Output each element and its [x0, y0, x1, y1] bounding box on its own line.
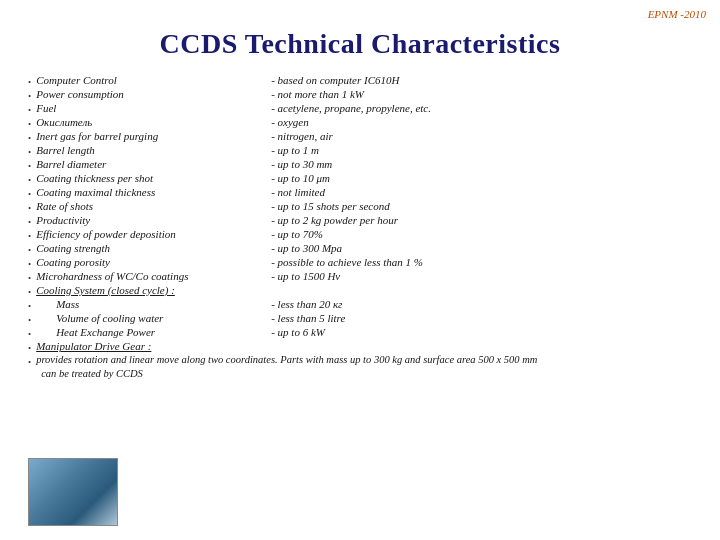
- table-row: • Computer Control - based on computer I…: [28, 74, 692, 87]
- table-row: • Barrel diameter - up to 30 mm: [28, 158, 692, 171]
- bullet-icon: •: [28, 259, 31, 269]
- table-row: • Окислитель - oxygen: [28, 116, 692, 129]
- row-label: can be treated by CCDS: [36, 368, 143, 379]
- table-row: • Manipulator Drive Gear :: [28, 340, 692, 353]
- row-label: Barrel diameter: [36, 158, 271, 170]
- bullet-icon: •: [28, 175, 31, 185]
- row-value: - up to 300 Mpa: [271, 242, 342, 254]
- row-value: - up to 15 shots per second: [271, 200, 390, 212]
- table-row: • provides rotation and linear move alon…: [28, 354, 692, 367]
- bullet-icon: •: [28, 273, 31, 283]
- row-value: - up to 6 kW: [271, 326, 325, 338]
- bullet-icon: •: [28, 91, 31, 101]
- thumbnail-visual: [29, 459, 117, 525]
- row-label: Barrel length: [36, 144, 271, 156]
- row-value: - not more than 1 kW: [271, 88, 364, 100]
- bullet-icon: •: [28, 343, 31, 353]
- table-row: • Coating thickness per shot - up to 10 …: [28, 172, 692, 185]
- row-label: Power consumption: [36, 88, 271, 100]
- bullet-icon: •: [28, 287, 31, 297]
- row-label: Productivity: [36, 214, 271, 226]
- row-value: - up to 70%: [271, 228, 323, 240]
- row-label: provides rotation and linear move along …: [36, 354, 537, 365]
- row-value: - up to 2 kg powder per hour: [271, 214, 398, 226]
- thumbnail-image: [28, 458, 118, 526]
- row-value: - not limited: [271, 186, 325, 198]
- header-label: EPNM -2010: [648, 8, 706, 20]
- row-value: - oxygen: [271, 116, 309, 128]
- row-label: Heat Exchange Power: [36, 326, 271, 338]
- row-value: - less than 20 кг: [271, 298, 342, 310]
- bullet-icon: •: [28, 77, 31, 87]
- bullet-icon: •: [28, 231, 31, 241]
- row-label: Mass: [36, 298, 271, 310]
- row-label: Manipulator Drive Gear :: [36, 340, 271, 352]
- row-label: Coating maximal thickness: [36, 186, 271, 198]
- row-label: Coating strength: [36, 242, 271, 254]
- bullet-icon: •: [28, 217, 31, 227]
- row-label: Computer Control: [36, 74, 271, 86]
- row-value: - nitrogen, air: [271, 130, 333, 142]
- table-row: • Volume of cooling water - less than 5 …: [28, 312, 692, 325]
- bullet-icon: •: [28, 119, 31, 129]
- table-row: • Rate of shots - up to 15 shots per sec…: [28, 200, 692, 213]
- row-label: Rate of shots: [36, 200, 271, 212]
- bullet-icon: •: [28, 133, 31, 143]
- bullet-icon: •: [28, 161, 31, 171]
- row-label: Cooling System (closed cycle) :: [36, 284, 271, 296]
- row-value: - up to 10 μm: [271, 172, 330, 184]
- bullet-icon: •: [28, 245, 31, 255]
- row-value: - based on computer IC610H: [271, 74, 399, 86]
- bullet-icon: •: [28, 357, 31, 367]
- table-row: • Productivity - up to 2 kg powder per h…: [28, 214, 692, 227]
- bullet-icon: •: [28, 315, 31, 325]
- table-row: • Power consumption - not more than 1 kW: [28, 88, 692, 101]
- table-row: • Coating strength - up to 300 Mpa: [28, 242, 692, 255]
- bullet-icon: •: [28, 203, 31, 213]
- row-label: Fuel: [36, 102, 271, 114]
- bullet-icon: •: [28, 329, 31, 339]
- row-value: - up to 1500 Hv: [271, 270, 340, 282]
- row-label: Volume of cooling water: [36, 312, 271, 324]
- table-row: • Barrel length - up to 1 m: [28, 144, 692, 157]
- table-row: • Heat Exchange Power - up to 6 kW: [28, 326, 692, 339]
- table-row: • Fuel - acetylene, propane, propylene, …: [28, 102, 692, 115]
- row-label: Coating porosity: [36, 256, 271, 268]
- main-content: • Computer Control - based on computer I…: [0, 74, 720, 381]
- bullet-icon: •: [28, 189, 31, 199]
- row-value: - possible to achieve less than 1 %: [271, 256, 423, 268]
- bullet-icon: •: [28, 147, 31, 157]
- table-row: • Inert gas for barrel purging - nitroge…: [28, 130, 692, 143]
- row-label: Efficiency of powder deposition: [36, 228, 271, 240]
- table-row: • Microhardness of WC/Co coatings - up t…: [28, 270, 692, 283]
- table-row: • Coating porosity - possible to achieve…: [28, 256, 692, 269]
- bullet-icon: •: [28, 301, 31, 311]
- row-label: Microhardness of WC/Co coatings: [36, 270, 271, 282]
- table-row: • Mass - less than 20 кг: [28, 298, 692, 311]
- row-label: Окислитель: [36, 116, 271, 128]
- row-value: - up to 30 mm: [271, 158, 332, 170]
- row-value: - acetylene, propane, propylene, etc.: [271, 102, 431, 114]
- row-value: - up to 1 m: [271, 144, 319, 156]
- row-label: Inert gas for barrel purging: [36, 130, 271, 142]
- page-title: CCDS Technical Characteristics: [0, 28, 720, 60]
- table-row: • Cooling System (closed cycle) :: [28, 284, 692, 297]
- table-row: • Coating maximal thickness - not limite…: [28, 186, 692, 199]
- row-label: Coating thickness per shot: [36, 172, 271, 184]
- row-value: - less than 5 litre: [271, 312, 345, 324]
- table-row: • Efficiency of powder deposition - up t…: [28, 228, 692, 241]
- table-row: • can be treated by CCDS: [28, 368, 692, 381]
- bullet-icon: •: [28, 105, 31, 115]
